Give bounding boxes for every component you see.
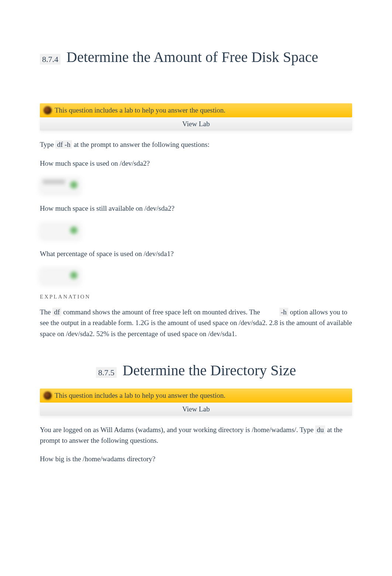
lab-banner-text: This question includes a lab to help you… (55, 106, 226, 114)
section2-title-block: 8.7.5 Determine the Directory Size (40, 361, 352, 380)
section2-intro: You are logged on as Will Adams (wadams)… (40, 425, 352, 446)
intro-text: Type df -h at the prompt to answer the f… (40, 139, 352, 150)
lab-icon-2 (44, 392, 52, 400)
view-lab-button[interactable]: View Lab (40, 117, 352, 131)
explanation-body: The df command shows the amount of free … (40, 307, 352, 339)
intro-command: df -h (55, 140, 72, 149)
answer-field-1[interactable] (40, 177, 80, 193)
exp-gap (260, 308, 279, 316)
lab-icon (44, 106, 52, 114)
lab-banner: This question includes a lab to help you… (40, 103, 352, 117)
intro-post: at the prompt to answer the following qu… (72, 141, 210, 148)
view-lab-button-2[interactable]: View Lab (40, 403, 352, 416)
s2-intro1: You are logged on as Will Adams (wadams)… (40, 426, 315, 434)
s2-intro-cmd: du (315, 425, 325, 434)
section-number: 8.7.4 (40, 54, 61, 65)
exp-cmd-df: df (52, 308, 61, 316)
section2-title: Determine the Directory Size (123, 362, 296, 379)
question-1: How much space is used on /dev/sda2? (40, 158, 352, 169)
intro-pre: Type (40, 141, 55, 148)
section-title-block: 8.7.4 Determine the Amount of Free Disk … (40, 48, 352, 66)
answer-field-3[interactable] (40, 267, 80, 283)
lab-banner-text-2: This question includes a lab to help you… (55, 392, 226, 400)
section-title: Determine the Amount of Free Disk Space (66, 49, 318, 65)
exp-mid1: command shows the amount of free space l… (61, 308, 260, 316)
section2-question-1: How big is the /home/wadams directory? (40, 454, 352, 465)
exp-cmd-h: -h (279, 308, 288, 316)
answer-field-2[interactable] (40, 222, 80, 238)
explanation-label: EXPLANATION (40, 294, 352, 300)
question-3: What percentage of space is used on /dev… (40, 249, 352, 259)
section2-number: 8.7.5 (96, 367, 117, 378)
lab-banner-2: This question includes a lab to help you… (40, 389, 352, 403)
question-2: How much space is still available on /de… (40, 203, 352, 214)
exp-pre: The (40, 308, 52, 316)
